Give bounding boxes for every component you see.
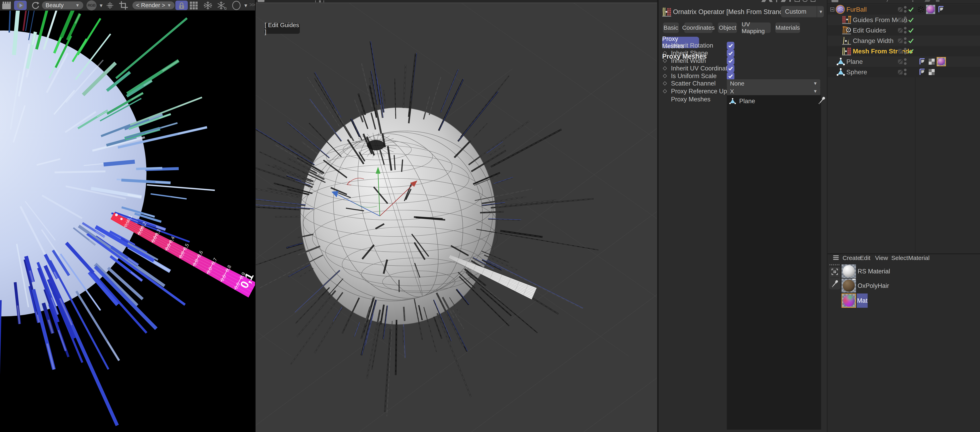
tab-coordinates[interactable]: Coordinates [684,22,713,33]
keyframe-diamond-icon[interactable] [663,81,667,86]
tab-uv-mapping[interactable]: UV Mapping [741,22,771,33]
proxy-meshes-list[interactable]: Plane [727,95,821,430]
tab-object[interactable]: Object [718,22,737,33]
om-label[interactable]: Plane [846,58,863,65]
eyedropper-icon[interactable] [832,279,838,287]
eyedropper-icon[interactable] [818,96,826,105]
checkbox-inherit-width[interactable] [727,57,734,65]
furball-object-icon[interactable] [836,5,845,14]
om-label-selected[interactable]: Mesh From Strands [853,48,913,55]
uvw-tag-icon[interactable] [928,58,935,65]
enable-toggle[interactable] [898,70,902,75]
om-row-sphere[interactable]: Sphere [827,67,980,77]
texture-tag-selected[interactable] [937,57,946,66]
keyframe-diamond-icon[interactable] [663,89,667,93]
texture-tag-icon[interactable] [926,5,935,14]
om-label[interactable]: Change Width [853,37,894,45]
check-icon[interactable] [908,17,914,23]
material-name-selected[interactable]: Mat [857,293,868,308]
enable-toggle[interactable] [898,7,902,12]
om-row-edit-guides[interactable]: Edit Guides [827,25,980,35]
chevron-down-icon: ▼ [813,81,818,86]
polygon-object-icon [837,68,845,76]
enable-toggle[interactable] [898,49,902,54]
keyframe-diamond-icon[interactable] [663,74,667,78]
cut-icon-sliver [803,0,807,2]
phong-tag-icon[interactable] [938,6,945,13]
gear-tag-icon[interactable] [917,6,924,13]
enable-toggle[interactable] [898,28,902,33]
snowflake-g-icon[interactable]: G [217,1,226,10]
cut-icon-sliver [795,0,800,2]
guides-from-mesh-icon [842,15,851,24]
om-row-change-width[interactable]: Change Width [827,35,980,46]
menu-select[interactable]: Select [891,255,908,261]
om-row-furball[interactable]: FurBall [827,4,980,15]
menu-edit[interactable]: Edit [860,255,870,261]
enable-toggle[interactable] [898,18,902,22]
check-icon[interactable] [908,27,914,33]
expander-icon[interactable] [830,8,834,11]
drag-handle-dots[interactable] [829,264,840,265]
lock-icon[interactable] [175,1,188,10]
material-thumb-mat-selected[interactable] [842,293,856,308]
tab-materials[interactable]: Materials [775,22,800,33]
uvw-tag-icon[interactable] [928,69,935,75]
material-name[interactable]: OxPolyHair [858,282,889,290]
check-icon[interactable] [908,6,914,12]
phong-tag-icon[interactable] [920,69,926,75]
toolbar-overflow[interactable]: >> [250,2,255,8]
ellipse-icon[interactable] [231,1,242,10]
chevron-down-icon[interactable]: ▼ [99,3,103,8]
grid-icon[interactable] [189,1,198,10]
cut-icon-sliver [769,0,773,2]
play-button[interactable] [14,1,27,10]
scatter-channel-dropdown[interactable]: None ▼ [727,79,820,88]
render-pass-dropdown[interactable]: Beauty ▼ [42,2,83,9]
check-icon[interactable] [908,38,914,43]
menu-create[interactable]: Create [843,255,861,261]
enable-toggle[interactable] [898,59,902,64]
phong-tag-icon[interactable] [920,58,926,65]
om-row-guides-from-mesh[interactable]: Guides From Mesh [827,15,980,25]
material-thumb-oxpolyhair[interactable] [842,279,856,292]
icon-mode-icon[interactable] [832,269,838,275]
mm-tool-column [829,267,840,290]
checkbox-uniform-scale[interactable] [727,72,734,80]
chevron-down-icon: ▼ [819,9,823,14]
svg-text:G: G [224,6,226,10]
cut-icon-sliver [781,0,786,2]
checkbox-inherit-uv[interactable] [727,65,734,72]
checkbox-inherit-rotation[interactable] [727,42,734,49]
enable-toggle[interactable] [898,38,902,43]
cut-icon-sliver [832,0,838,2]
chevron-down-icon[interactable]: ▼ [243,3,248,8]
om-label[interactable]: Edit Guides [853,27,886,34]
refresh-icon[interactable] [31,1,39,10]
film-icon[interactable] [2,1,11,10]
up-axis-dropdown[interactable]: X ▼ [727,87,820,96]
crop-icon[interactable] [119,1,128,10]
checkbox-inherit-shape[interactable] [727,49,734,57]
dither-icon[interactable] [106,2,114,9]
om-label[interactable]: FurBall [846,6,867,13]
polygon-object-icon [729,98,736,104]
menu-view[interactable]: View [875,255,888,261]
preset-dropdown[interactable]: Custom ▼ [781,6,824,17]
tab-basic[interactable]: Basic [663,22,679,33]
snowflake-icon[interactable] [203,1,213,10]
rgb-channel-button[interactable]: RGB [86,0,97,10]
list-item[interactable]: Plane [729,96,818,106]
om-label[interactable]: Sphere [846,69,867,76]
renderer-dropdown[interactable]: < Render > ▼ [132,2,175,9]
check-icon[interactable] [908,48,914,54]
material-name[interactable]: RS Material [858,268,890,275]
viewport[interactable]: [ Edit Guides ] [256,0,657,432]
keyframe-diamond-icon[interactable] [663,66,667,70]
material-thumb-rs[interactable] [842,265,856,278]
hamburger-menu-icon[interactable] [833,255,839,260]
om-row-plane[interactable]: Plane [827,56,980,67]
om-row-mesh-from-strands[interactable]: Mesh From Strands [827,46,980,56]
menu-material[interactable]: Material [908,255,930,261]
chevron-down-icon: ▼ [167,3,171,8]
